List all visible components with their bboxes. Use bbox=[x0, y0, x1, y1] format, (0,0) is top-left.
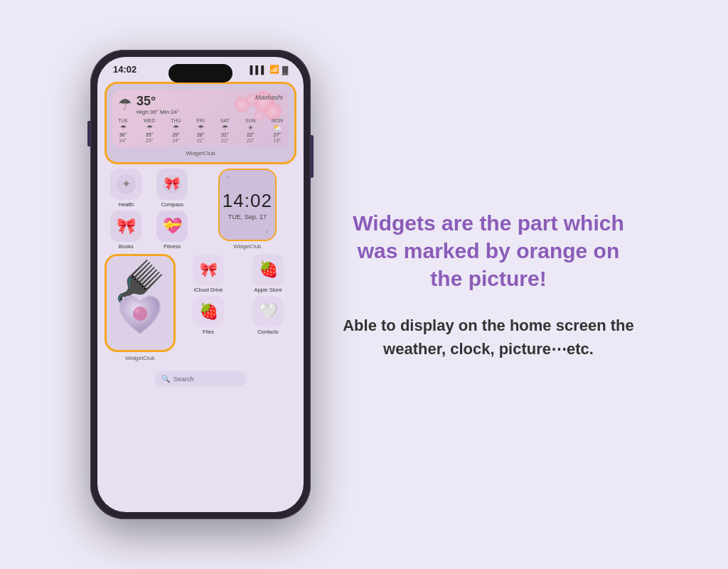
wifi-icon: 📶 bbox=[269, 65, 279, 74]
signal-icon: ▌▌▌ bbox=[250, 65, 267, 74]
health-label: Health bbox=[119, 201, 134, 208]
app-health[interactable]: ✦ Health bbox=[105, 169, 148, 208]
weather-day-thu: THU ☂ 29° 24° bbox=[171, 118, 181, 143]
sparkle-br: ✦ bbox=[264, 229, 269, 235]
clock-date: TUE, Sep. 17 bbox=[228, 213, 267, 220]
status-time: 14:02 bbox=[113, 64, 136, 75]
phone-mockup: 14:02 ▌▌▌ 📶 ▓ bbox=[90, 50, 311, 519]
app-contacts[interactable]: 🤍 Contacts bbox=[240, 296, 296, 335]
app-compass[interactable]: 🎀 Compass bbox=[151, 169, 194, 208]
weather-day-mon: MON ⛅ 27° 19° bbox=[272, 118, 283, 143]
icloud-label: iCloud Drive bbox=[194, 287, 223, 293]
fitness-label: Fitness bbox=[164, 243, 181, 250]
app-icloud[interactable]: 🎀 iCloud Drive bbox=[180, 254, 237, 293]
battery-icon: ▓ bbox=[282, 65, 288, 74]
apps-grid-top: ✦ Health 🎀 bbox=[105, 169, 194, 250]
phone-screen: 14:02 ▌▌▌ 📶 ▓ bbox=[97, 57, 304, 512]
heart-widget-label: WidgetClub bbox=[125, 355, 154, 361]
page-container: 14:02 ▌▌▌ 📶 ▓ bbox=[0, 0, 728, 569]
weather-range: High:36° Min:24° bbox=[136, 109, 179, 115]
clock-time: 14:02 bbox=[223, 190, 272, 212]
contacts-icon[interactable]: 🤍 bbox=[252, 296, 284, 327]
phone-body: 14:02 ▌▌▌ 📶 ▓ bbox=[90, 50, 311, 519]
weather-widget-label: WidgetClub bbox=[112, 150, 289, 156]
books-icon[interactable]: 🎀 bbox=[110, 211, 141, 242]
middle-row: ✦ Health 🎀 bbox=[105, 169, 296, 250]
weather-widget[interactable]: ☂ 35° High:36° Min:24° Maebas bbox=[105, 82, 296, 164]
books-label: Books bbox=[119, 243, 134, 250]
apple-store-label: Apple Store bbox=[254, 287, 282, 293]
search-bar[interactable]: 🔍 Search bbox=[154, 371, 247, 386]
clock-widget-label: WidgetClub bbox=[233, 243, 261, 250]
umbrella-icon: ☂ bbox=[118, 95, 132, 114]
weather-day-wed: WED ☂ 35° 25° bbox=[144, 118, 155, 143]
files-label: Files bbox=[203, 329, 214, 335]
weather-temp: 35° bbox=[136, 94, 179, 109]
contacts-label: Contacts bbox=[257, 329, 279, 335]
compass-label: Compass bbox=[161, 201, 183, 208]
search-icon: 🔍 bbox=[161, 375, 170, 383]
app-fitness[interactable]: 💝 Fitness bbox=[151, 211, 194, 250]
fitness-icon[interactable]: 💝 bbox=[156, 211, 188, 242]
screen-content: ☂ 35° High:36° Min:24° Maebas bbox=[97, 79, 304, 501]
health-icon[interactable]: ✦ bbox=[110, 169, 141, 200]
app-apple-store[interactable]: 🍓 Apple Store bbox=[240, 254, 296, 293]
clock-widget[interactable]: ✦ 14:02 TUE, Sep. 17 ✦ bbox=[218, 169, 277, 241]
dynamic-island bbox=[168, 64, 232, 83]
search-placeholder: Search bbox=[173, 376, 194, 383]
weather-location: Maebashi bbox=[255, 94, 283, 101]
weather-days: TUE ☂ 36° 24° WED ☂ 35° bbox=[118, 118, 283, 143]
sub-text: Able to display on the home screen the w… bbox=[339, 314, 638, 361]
apps-grid-bottom: 🎀 iCloud Drive 🍓 Apple Store bbox=[180, 254, 296, 335]
weather-day-fri: FRI ☂ 26° 21° bbox=[197, 118, 205, 143]
apple-store-icon[interactable]: 🍓 bbox=[252, 254, 284, 285]
status-icons: ▌▌▌ 📶 ▓ bbox=[250, 65, 288, 74]
svg-point-4 bbox=[133, 307, 147, 321]
svg-text:✦: ✦ bbox=[122, 178, 131, 190]
svg-point-5 bbox=[135, 309, 139, 313]
app-books[interactable]: 🎀 Books bbox=[105, 211, 148, 250]
weather-day-sun: SUN ☀ 22° 22° bbox=[245, 118, 256, 143]
right-content: Widgets are the part which was marked by… bbox=[339, 209, 638, 361]
compass-icon[interactable]: 🎀 bbox=[156, 169, 188, 200]
heart-widget[interactable]: 🪮 bbox=[105, 254, 176, 352]
weather-day-tue: TUE ☂ 36° 24° bbox=[118, 118, 128, 143]
svg-text:🎀: 🎀 bbox=[164, 176, 181, 191]
app-files[interactable]: 🍓 Files bbox=[180, 296, 237, 335]
icloud-icon[interactable]: 🎀 bbox=[193, 254, 224, 285]
files-icon[interactable]: 🍓 bbox=[193, 296, 224, 327]
bottom-row: 🪮 bbox=[105, 254, 296, 361]
main-heading: Widgets are the part which was marked by… bbox=[339, 209, 638, 292]
weather-day-sat: SAT ☂ 31° 22° bbox=[220, 118, 230, 143]
sparkle-tl: ✦ bbox=[225, 174, 230, 181]
